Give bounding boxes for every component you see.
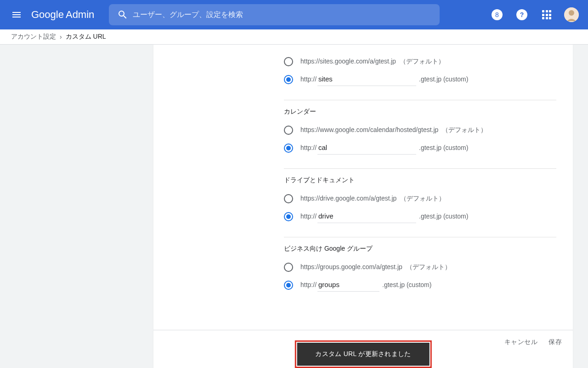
content-scroll[interactable]: https://sites.google.com/a/gtest.jp （デフォ… bbox=[153, 45, 573, 330]
toast-highlight: カスタム URL が更新されました bbox=[294, 340, 431, 368]
url-prefix: http:// bbox=[300, 281, 317, 288]
help-icon: ? bbox=[516, 9, 527, 20]
apps-button[interactable] bbox=[536, 4, 558, 26]
default-suffix: （デフォルト） bbox=[400, 195, 445, 203]
url-prefix: http:// bbox=[300, 75, 317, 83]
custom-url-input[interactable] bbox=[317, 73, 416, 86]
section-calendar: カレンダー https://www.google.com/calendar/ho… bbox=[284, 100, 556, 168]
help-button[interactable]: ? bbox=[511, 4, 533, 26]
default-url-label: https://sites.google.com/a/gtest.jp （デフォ… bbox=[300, 58, 445, 66]
breadcrumb: アカウント設定 › カスタム URL bbox=[0, 29, 588, 45]
radio-unchecked-icon[interactable] bbox=[284, 263, 293, 272]
url-prefix: http:// bbox=[300, 144, 317, 151]
toast-message: カスタム URL が更新されました bbox=[297, 343, 429, 366]
radio-row-custom[interactable]: http:// .gtest.jp (custom) bbox=[284, 207, 556, 226]
section-drive: ドライブとドキュメント https://drive.google.com/a/g… bbox=[284, 169, 556, 237]
radio-unchecked-icon[interactable] bbox=[284, 126, 293, 135]
search-box[interactable] bbox=[109, 4, 440, 25]
section-groups: ビジネス向け Google グループ https://groups.google… bbox=[284, 237, 556, 305]
radio-row-custom[interactable]: http:// .gtest.jp (custom) bbox=[284, 139, 556, 157]
radio-unchecked-icon[interactable] bbox=[284, 57, 293, 66]
chevron-right-icon: › bbox=[60, 33, 62, 40]
default-url: https://www.google.com/calendar/hosted/g… bbox=[300, 126, 438, 133]
default-url: https://sites.google.com/a/gtest.jp bbox=[300, 58, 396, 65]
radio-row-default[interactable]: https://groups.google.com/a/gtest.jp （デフ… bbox=[284, 259, 556, 276]
url-suffix: .gtest.jp (custom) bbox=[419, 144, 468, 151]
section-title: カレンダー bbox=[284, 100, 556, 121]
radio-row-custom[interactable]: http:// .gtest.jp (custom) bbox=[284, 70, 556, 89]
app-logo[interactable]: Google Admin bbox=[31, 9, 94, 21]
profile-button[interactable] bbox=[560, 4, 582, 26]
header-actions: 8 ? bbox=[486, 4, 582, 26]
radio-checked-icon[interactable] bbox=[284, 75, 293, 84]
section-title: ドライブとドキュメント bbox=[284, 169, 556, 190]
menu-button[interactable] bbox=[6, 4, 28, 26]
left-gutter bbox=[0, 45, 153, 368]
url-suffix: .gtest.jp (custom) bbox=[382, 281, 431, 288]
radio-row-default[interactable]: https://drive.google.com/a/gtest.jp （デフォ… bbox=[284, 190, 556, 207]
radio-unchecked-icon[interactable] bbox=[284, 194, 293, 203]
radio-row-custom[interactable]: http:// .gtest.jp (custom) bbox=[284, 276, 556, 294]
app-header: Google Admin 8 ? bbox=[0, 0, 588, 29]
custom-url-input[interactable] bbox=[317, 210, 416, 223]
default-url-label: https://www.google.com/calendar/hosted/g… bbox=[300, 126, 487, 134]
logo-admin: Admin bbox=[66, 9, 94, 21]
radio-checked-icon[interactable] bbox=[284, 212, 293, 221]
content-card: https://sites.google.com/a/gtest.jp （デフォ… bbox=[153, 45, 573, 368]
search-input[interactable] bbox=[133, 11, 436, 19]
radio-row-default[interactable]: https://www.google.com/calendar/hosted/g… bbox=[284, 121, 556, 139]
default-url: https://drive.google.com/a/gtest.jp bbox=[300, 195, 396, 202]
url-suffix: .gtest.jp (custom) bbox=[419, 75, 468, 83]
default-url-label: https://groups.google.com/a/gtest.jp （デフ… bbox=[300, 263, 451, 271]
default-suffix: （デフォルト） bbox=[400, 58, 445, 66]
apps-icon bbox=[542, 10, 551, 19]
custom-url-input[interactable] bbox=[317, 142, 416, 155]
section-title: ビジネス向け Google グループ bbox=[284, 237, 556, 259]
url-suffix: .gtest.jp (custom) bbox=[419, 213, 468, 220]
url-prefix: http:// bbox=[300, 213, 317, 220]
account-status-button[interactable]: 8 bbox=[486, 4, 508, 26]
default-suffix: （デフォルト） bbox=[406, 263, 451, 271]
custom-url-input[interactable] bbox=[317, 279, 379, 292]
avatar bbox=[564, 7, 579, 22]
breadcrumb-current: カスタム URL bbox=[66, 33, 106, 41]
svg-point-1 bbox=[569, 10, 574, 16]
radio-checked-icon[interactable] bbox=[284, 281, 293, 290]
save-button[interactable]: 保存 bbox=[548, 334, 562, 350]
search-icon bbox=[117, 9, 128, 20]
radio-checked-icon[interactable] bbox=[284, 144, 293, 153]
section-sites: https://sites.google.com/a/gtest.jp （デフォ… bbox=[284, 45, 556, 100]
custom-url-label: http:// .gtest.jp (custom) bbox=[300, 210, 468, 223]
cancel-button[interactable]: キャンセル bbox=[504, 334, 538, 350]
account-status-icon: 8 bbox=[492, 9, 503, 20]
radio-row-default[interactable]: https://sites.google.com/a/gtest.jp （デフォ… bbox=[284, 53, 556, 70]
page-body: https://sites.google.com/a/gtest.jp （デフォ… bbox=[0, 45, 588, 368]
default-url: https://groups.google.com/a/gtest.jp bbox=[300, 263, 402, 270]
custom-url-label: http:// .gtest.jp (custom) bbox=[300, 73, 468, 86]
custom-url-label: http:// .gtest.jp (custom) bbox=[300, 142, 468, 155]
default-url-label: https://drive.google.com/a/gtest.jp （デフォ… bbox=[300, 195, 445, 203]
menu-icon bbox=[11, 9, 22, 20]
logo-google: Google bbox=[31, 9, 64, 21]
custom-url-label: http:// .gtest.jp (custom) bbox=[300, 279, 431, 292]
default-suffix: （デフォルト） bbox=[442, 126, 487, 134]
breadcrumb-parent[interactable]: アカウント設定 bbox=[11, 33, 56, 41]
